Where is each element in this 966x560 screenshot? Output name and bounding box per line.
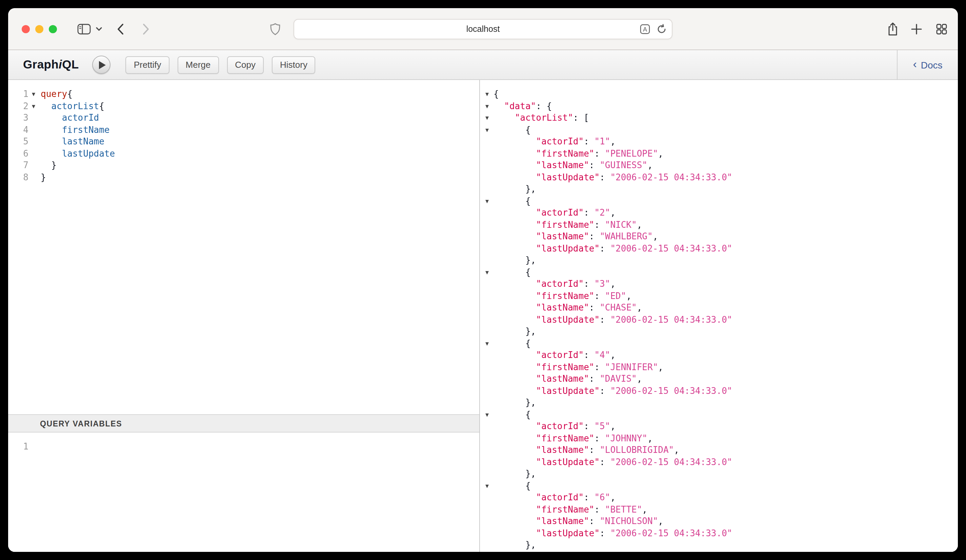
reload-button[interactable]	[656, 24, 667, 34]
code-text: "actorId": "2",	[493, 207, 616, 218]
share-button[interactable]	[887, 21, 899, 36]
fold-gutter-spacer	[483, 290, 491, 302]
fold-gutter-spacer	[483, 527, 491, 539]
code-text: {	[493, 88, 499, 100]
fold-arrow-icon[interactable]: ▾	[483, 88, 491, 100]
chevron-left-icon: ‹	[913, 58, 917, 70]
fold-gutter-spacer	[483, 420, 491, 432]
fold-arrow-icon[interactable]: ▾	[483, 100, 491, 112]
fold-arrow-icon[interactable]: ▾	[483, 195, 491, 207]
fold-gutter-spacer	[483, 361, 491, 373]
code-line: ▾ "data": {	[480, 100, 958, 112]
sidebar-toggle-button[interactable]	[77, 23, 91, 34]
code-line: 1	[8, 441, 479, 453]
docs-button[interactable]: ‹ Docs	[897, 50, 958, 79]
variables-editor-lines: 1	[8, 441, 479, 453]
code-line: "firstName": "JENNIFER",	[480, 361, 958, 373]
code-text: "actorId": "5",	[493, 420, 616, 432]
tab-group-menu-button[interactable]	[95, 26, 102, 31]
code-text: "firstName": "JOHNNY",	[493, 432, 653, 444]
copy-button[interactable]: Copy	[227, 56, 264, 74]
new-tab-button[interactable]	[910, 23, 923, 35]
code-text: firstName	[41, 124, 110, 136]
code-line: "lastUpdate": "2006-02-15 04:34:33.0"	[480, 456, 958, 468]
line-number: 7	[8, 159, 28, 171]
fold-gutter-spacer	[28, 136, 39, 148]
code-text: "firstName": "PENELOPE",	[493, 148, 663, 159]
result-pane[interactable]: ▾{▾ "data": {▾ "actorList": [▾ { "actorI…	[479, 80, 958, 552]
fold-gutter-spacer	[483, 349, 491, 361]
code-line: "lastUpdate": "2006-02-15 04:34:33.0"	[480, 527, 958, 539]
code-line: "lastName": "NICHOLSON",	[480, 515, 958, 527]
fold-arrow-icon[interactable]: ▾	[483, 409, 491, 420]
code-text: },	[493, 539, 536, 551]
graphiql-toolbar: GraphiQL Prettify Merge Copy History ‹ D…	[8, 50, 958, 80]
code-text: },	[493, 397, 536, 409]
code-text: },	[493, 183, 536, 195]
code-line: "firstName": "BETTE",	[480, 503, 958, 515]
merge-button[interactable]: Merge	[177, 56, 219, 74]
code-text: }	[41, 159, 57, 171]
code-text: },	[493, 254, 536, 266]
code-line: },	[480, 539, 958, 551]
code-line: 6 lastUpdate	[8, 148, 479, 159]
new-tab-icon	[910, 23, 923, 35]
code-text: {	[493, 266, 531, 278]
query-variables-header[interactable]: QUERY VARIABLES	[8, 414, 479, 432]
fold-arrow-icon[interactable]: ▾	[483, 480, 491, 491]
zoom-window-button[interactable]	[49, 25, 57, 33]
code-line: "actorId": "5",	[480, 420, 958, 432]
code-line: "lastName": "CHASE",	[480, 302, 958, 314]
code-text: "lastName": "WAHLBERG",	[493, 230, 658, 242]
fold-gutter-spacer	[483, 183, 491, 195]
fold-arrow-icon[interactable]: ▾	[483, 266, 491, 278]
code-text: actorList{	[41, 100, 104, 112]
close-window-button[interactable]	[22, 25, 30, 33]
query-editor-lines: 1▾query{2▾ actorList{3 actorId4 firstNam…	[8, 88, 479, 183]
line-number: 8	[8, 171, 28, 183]
translate-button[interactable]: A	[640, 24, 650, 34]
fold-arrow-icon[interactable]: ▾	[28, 88, 39, 100]
execute-query-button[interactable]	[92, 56, 111, 74]
code-text: "lastUpdate": "2006-02-15 04:34:33.0"	[493, 456, 732, 468]
prettify-button[interactable]: Prettify	[126, 56, 169, 74]
back-button[interactable]	[117, 23, 124, 35]
fold-gutter-spacer	[483, 432, 491, 444]
fold-gutter-spacer	[28, 124, 39, 136]
forward-button[interactable]	[142, 23, 150, 35]
code-line: "actorId": "1",	[480, 136, 958, 148]
code-line: "lastName": "LOLLOBRIGIDA",	[480, 444, 958, 456]
fold-arrow-icon[interactable]: ▾	[483, 337, 491, 349]
code-line: },	[480, 254, 958, 266]
minimize-window-button[interactable]	[35, 25, 43, 33]
reload-icon	[656, 24, 667, 34]
code-text: "lastUpdate": "2006-02-15 04:34:33.0"	[493, 242, 732, 254]
line-number: 1	[8, 88, 28, 100]
fold-gutter-spacer	[483, 230, 491, 242]
fold-gutter-spacer	[483, 444, 491, 456]
fold-gutter-spacer	[483, 456, 491, 468]
line-number: 4	[8, 124, 28, 136]
code-line: "lastUpdate": "2006-02-15 04:34:33.0"	[480, 242, 958, 254]
fold-gutter-spacer	[483, 207, 491, 218]
code-line: ▾{	[480, 88, 958, 100]
privacy-report-button[interactable]	[270, 22, 281, 35]
tab-overview-icon	[935, 23, 948, 35]
history-button[interactable]: History	[272, 56, 315, 74]
code-line: "actorId": "3",	[480, 278, 958, 290]
code-line: 4 firstName	[8, 124, 479, 136]
code-text: "lastName": "GUINESS",	[493, 159, 653, 171]
variables-editor[interactable]: 1	[8, 432, 479, 552]
code-line: 2▾ actorList{	[8, 100, 479, 112]
fold-arrow-icon[interactable]: ▾	[483, 124, 491, 136]
tab-overview-button[interactable]	[935, 23, 948, 35]
code-text: },	[493, 468, 536, 480]
code-line: },	[480, 325, 958, 337]
desktop-background: localhost A	[0, 0, 966, 560]
code-line: ▾ {	[480, 409, 958, 420]
query-editor[interactable]: 1▾query{2▾ actorList{3 actorId4 firstNam…	[8, 80, 479, 414]
browser-toolbar: localhost A	[8, 8, 958, 50]
address-bar[interactable]: localhost A	[294, 19, 672, 39]
fold-arrow-icon[interactable]: ▾	[483, 112, 491, 124]
fold-arrow-icon[interactable]: ▾	[28, 100, 39, 112]
